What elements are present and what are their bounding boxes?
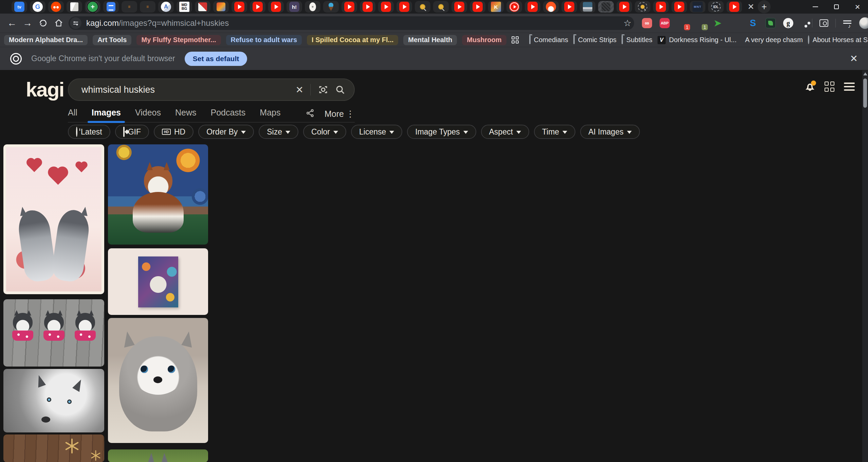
result-tab-images[interactable]: Images xyxy=(92,108,121,122)
tab-group-chip[interactable]: Art Tools xyxy=(93,35,131,45)
image-result-lying[interactable] xyxy=(3,369,104,432)
new-tab-button[interactable]: + xyxy=(758,0,771,13)
extension-button[interactable]: ∞ xyxy=(641,17,653,29)
browser-tab[interactable]: K xyxy=(488,1,504,13)
result-tab-all[interactable]: All xyxy=(68,108,77,122)
close-window-button[interactable]: × xyxy=(847,0,868,14)
extension-button[interactable]: 1 xyxy=(694,17,706,29)
filter-gif[interactable]: GIF xyxy=(115,125,149,139)
filter-aspect[interactable]: Aspect xyxy=(481,125,529,139)
browser-tab[interactable]: MDBG xyxy=(177,1,192,13)
browser-tab[interactable]: IDL xyxy=(708,1,724,13)
browser-tab[interactable] xyxy=(433,1,449,13)
image-result-starry[interactable] xyxy=(108,144,208,245)
notice-close-icon[interactable]: ✕ xyxy=(850,54,858,64)
bookmark-star-icon[interactable]: ☆ xyxy=(624,18,631,29)
bookmark-item[interactable]: Comic Strips xyxy=(573,36,616,44)
extension-button[interactable] xyxy=(800,17,812,29)
filter-color[interactable]: Color xyxy=(303,125,346,139)
browser-tab[interactable] xyxy=(653,1,669,13)
browser-tab[interactable] xyxy=(726,1,742,13)
filter-license[interactable]: License xyxy=(351,125,402,139)
more-menu-button[interactable]: More⋮ xyxy=(325,109,355,119)
scrollbar-up-arrow[interactable] xyxy=(863,72,867,75)
tab-group-chip[interactable]: My Fluffy Stepmother... xyxy=(136,35,221,45)
bookmark-item[interactable]: VDorkness Rising - Ul... xyxy=(658,36,737,44)
image-result-couple[interactable] xyxy=(3,144,104,294)
image-result-field[interactable] xyxy=(108,449,208,462)
browser-tab[interactable]: tv xyxy=(12,1,27,13)
browser-tab[interactable] xyxy=(470,1,485,13)
browser-tab[interactable] xyxy=(195,1,210,13)
search-input[interactable]: whimsical huskies ✕ xyxy=(68,78,355,101)
browser-tab[interactable] xyxy=(396,1,412,13)
scrollbar-thumb[interactable] xyxy=(863,78,867,108)
result-tab-videos[interactable]: Videos xyxy=(135,108,161,122)
tab-group-chip[interactable]: Refuse to adult wars xyxy=(226,35,302,45)
browser-tab[interactable] xyxy=(341,1,357,13)
extension-button[interactable]: 1 xyxy=(676,17,688,29)
notifications-button[interactable] xyxy=(803,80,817,93)
side-search-button[interactable] xyxy=(818,17,830,29)
extension-button[interactable]: g xyxy=(782,17,794,29)
result-tab-news[interactable]: News xyxy=(175,108,197,122)
browser-tab[interactable] xyxy=(580,1,595,13)
apps-grid-button[interactable] xyxy=(823,80,836,93)
filter-image-types[interactable]: Image Types xyxy=(407,125,476,139)
forward-button[interactable]: → xyxy=(20,15,35,31)
extension-button[interactable] xyxy=(764,17,777,29)
browser-tab[interactable] xyxy=(213,1,229,13)
profile-avatar[interactable] xyxy=(859,17,868,29)
main-menu-button[interactable] xyxy=(843,80,856,93)
extension-button[interactable]: ABP xyxy=(659,17,671,29)
browser-tab[interactable] xyxy=(451,1,467,13)
bookmark-item[interactable]: Comedians xyxy=(529,36,568,44)
bookmark-item[interactable]: About Horses at Sky... xyxy=(808,36,868,44)
browser-tab[interactable] xyxy=(506,1,522,13)
browser-tab[interactable]: h! xyxy=(287,1,302,13)
filter-latest[interactable]: Latest xyxy=(68,125,110,139)
image-result-cookies[interactable] xyxy=(3,434,104,462)
site-settings-icon[interactable] xyxy=(70,17,81,29)
browser-tab[interactable] xyxy=(616,1,632,13)
bookmark-item[interactable]: A very deep chasm xyxy=(742,36,803,44)
browser-tab[interactable] xyxy=(67,1,82,13)
reload-button[interactable] xyxy=(35,15,51,31)
tab-groups-button[interactable] xyxy=(512,36,519,44)
media-controls-button[interactable] xyxy=(841,17,853,29)
browser-tab[interactable]: MNT xyxy=(690,1,705,13)
back-button[interactable]: ← xyxy=(4,15,20,31)
filter-order-by[interactable]: Order By xyxy=(198,125,254,139)
browser-tab[interactable]: ≡ xyxy=(122,1,137,13)
browser-tab[interactable] xyxy=(250,1,265,13)
browser-tab[interactable] xyxy=(415,1,430,13)
maximize-button[interactable] xyxy=(826,0,847,14)
browser-tab[interactable]: + xyxy=(85,1,100,13)
omnibox[interactable]: kagi.com/images?q=whimsical+huskies ☆ xyxy=(69,16,634,30)
browser-tab[interactable] xyxy=(360,1,375,13)
browser-tab[interactable] xyxy=(323,1,339,13)
tab-group-chip[interactable]: I Spilled Cocoa at my Fl... xyxy=(307,35,398,45)
page-scrollbar[interactable] xyxy=(862,70,868,462)
extension-button[interactable] xyxy=(729,17,741,29)
filter-ai-images[interactable]: AI Images xyxy=(580,125,640,139)
browser-tab[interactable] xyxy=(525,1,540,13)
home-button[interactable] xyxy=(51,15,67,31)
browser-tab[interactable]: G xyxy=(30,1,45,13)
browser-tab[interactable] xyxy=(268,1,284,13)
browser-tab[interactable] xyxy=(232,1,247,13)
extension-button[interactable]: S xyxy=(747,17,759,29)
filter-hd[interactable]: HDHD xyxy=(154,125,193,139)
close-tab-icon[interactable]: ✕ xyxy=(747,3,754,11)
browser-tab[interactable] xyxy=(561,1,577,13)
minimize-button[interactable] xyxy=(805,0,826,14)
share-button[interactable] xyxy=(306,108,315,119)
browser-tab[interactable] xyxy=(378,1,394,13)
browser-tab[interactable]: ≡ xyxy=(140,1,155,13)
kagi-logo[interactable]: kagi xyxy=(26,78,64,101)
browser-tab[interactable] xyxy=(543,1,559,13)
bookmark-item[interactable]: Subtitles xyxy=(622,36,652,44)
filter-time[interactable]: Time xyxy=(534,125,575,139)
browser-tab[interactable] xyxy=(671,1,687,13)
result-tab-maps[interactable]: Maps xyxy=(260,108,280,122)
